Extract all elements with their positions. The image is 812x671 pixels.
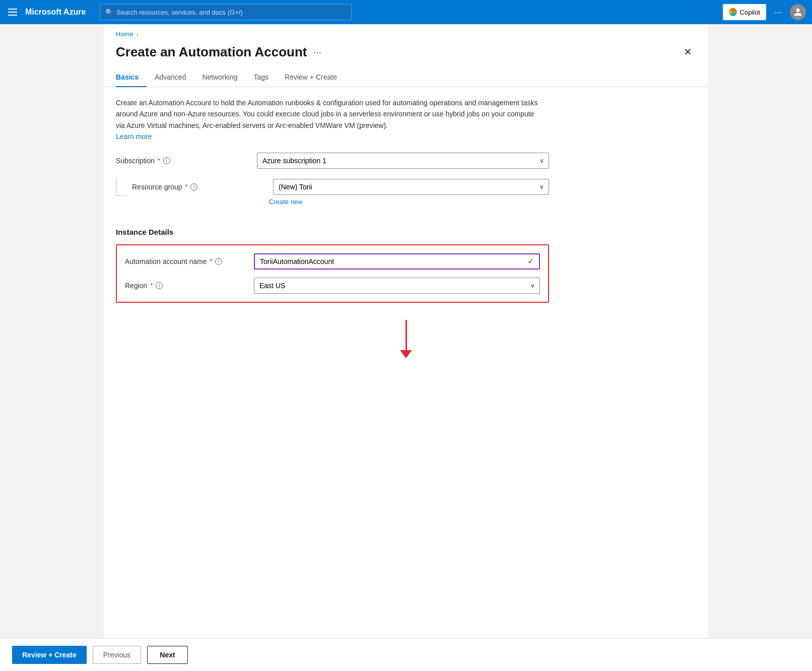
breadcrumb-separator: ›: [137, 31, 139, 37]
region-dropdown-wrapper: East US ∨: [254, 278, 540, 294]
resource-group-info-icon[interactable]: i: [190, 183, 197, 190]
automation-account-name-row: Automation account name * i ✓: [125, 253, 540, 270]
search-input[interactable]: [116, 9, 346, 16]
instance-details-box: Automation account name * i ✓ Region * i…: [116, 244, 549, 303]
subscription-info-icon[interactable]: i: [163, 157, 170, 164]
page-title-row: Create an Automation Account ···: [116, 44, 321, 60]
search-icon: 🔍: [105, 9, 113, 16]
copilot-label: Copilot: [740, 9, 760, 16]
review-create-button[interactable]: Review + Create: [12, 646, 87, 664]
subscription-row: Subscription * i Azure subscription 1 ∨: [116, 153, 549, 169]
checkmark-icon: ✓: [527, 256, 534, 266]
tab-advanced[interactable]: Advanced: [147, 68, 194, 87]
tab-tags[interactable]: Tags: [245, 68, 277, 87]
resource-group-dropdown-wrapper: (New) Torii ∨: [273, 179, 549, 195]
hamburger-menu[interactable]: [6, 7, 19, 18]
region-info-icon[interactable]: i: [156, 282, 163, 289]
automation-account-name-label: Automation account name * i: [125, 257, 254, 265]
resource-group-required-star: *: [185, 183, 188, 190]
resource-group-label: Resource group * i: [132, 183, 273, 191]
bottom-bar: Review + Create Previous Next: [0, 638, 812, 671]
nav-right: Copilot ···: [723, 4, 806, 20]
required-star: *: [158, 157, 160, 164]
automation-name-required-star: *: [210, 258, 213, 265]
subscription-dropdown-wrapper: Azure subscription 1 ∨: [257, 153, 549, 169]
page-options-button[interactable]: ···: [313, 46, 321, 58]
search-bar[interactable]: 🔍: [100, 4, 352, 20]
automation-account-name-input-wrapper: ✓: [254, 253, 540, 270]
top-navigation: Microsoft Azure 🔍 Copilot ···: [0, 0, 812, 24]
brand-name: Microsoft Azure: [25, 8, 86, 17]
close-button[interactable]: ✕: [680, 44, 696, 60]
description-text: Create an Automation Account to hold the…: [104, 97, 557, 153]
automation-name-info-icon[interactable]: i: [215, 258, 222, 265]
avatar[interactable]: [790, 4, 806, 20]
region-label: Region * i: [125, 282, 254, 290]
previous-button[interactable]: Previous: [93, 646, 141, 664]
resource-group-row: Resource group * i (New) Torii ∨: [116, 178, 549, 196]
breadcrumb: Home ›: [104, 24, 708, 38]
main-container: Home › Create an Automation Account ··· …: [104, 24, 708, 671]
next-button[interactable]: Next: [147, 646, 187, 664]
tab-basics[interactable]: Basics: [116, 68, 147, 87]
copilot-icon: [729, 8, 737, 16]
page-header: Create an Automation Account ··· ✕: [104, 38, 708, 68]
copilot-button[interactable]: Copilot: [723, 4, 766, 20]
tab-networking[interactable]: Networking: [194, 68, 245, 87]
subscription-label: Subscription * i: [116, 157, 257, 165]
instance-details-title: Instance Details: [104, 228, 708, 236]
more-options-button[interactable]: ···: [771, 5, 785, 20]
learn-more-link[interactable]: Learn more: [116, 132, 152, 141]
down-arrow: [400, 320, 412, 358]
tabs-container: Basics Advanced Networking Tags Review +…: [104, 68, 708, 87]
page-title: Create an Automation Account: [116, 44, 307, 60]
region-row: Region * i East US ∨: [125, 278, 540, 294]
region-required-star: *: [150, 282, 153, 289]
automation-account-name-input[interactable]: [260, 257, 527, 265]
form-section: Subscription * i Azure subscription 1 ∨ …: [104, 153, 708, 228]
subscription-select[interactable]: Azure subscription 1: [257, 153, 549, 169]
breadcrumb-home[interactable]: Home: [116, 30, 133, 38]
create-new-link[interactable]: Create new: [269, 198, 696, 206]
resource-group-select[interactable]: (New) Torii: [273, 179, 549, 195]
region-select[interactable]: East US: [254, 278, 540, 294]
tab-review-create[interactable]: Review + Create: [277, 68, 345, 87]
arrow-container: [104, 315, 708, 373]
